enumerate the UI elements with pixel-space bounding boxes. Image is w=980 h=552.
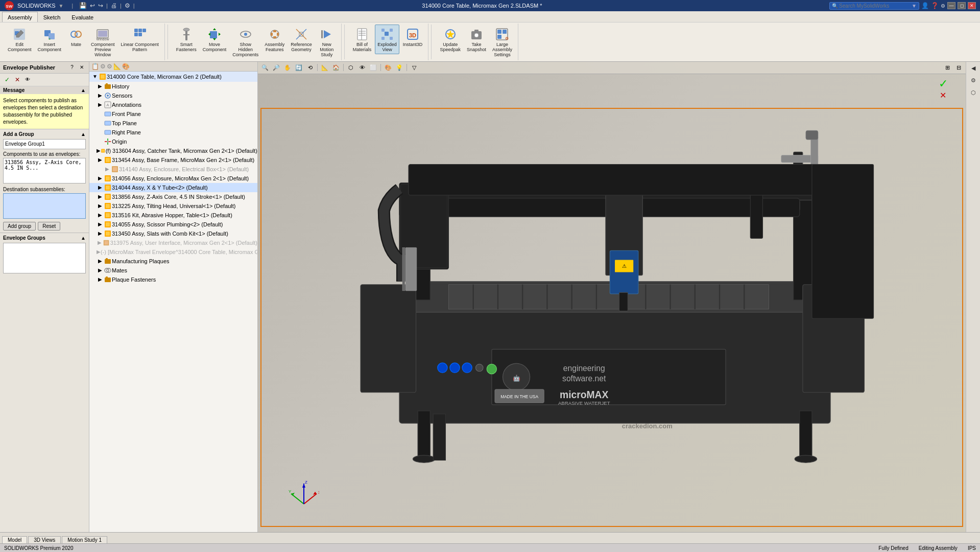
standard-views-icon[interactable]: 📐 (320, 63, 330, 72)
tree-item-slats[interactable]: ▶ 313450 Assy, Slats with Comb Kit<1> (D… (89, 229, 257, 238)
restore-button[interactable]: ◻ (958, 2, 966, 9)
tilt-toggle[interactable]: ▶ (97, 202, 104, 210)
property-manager-icon[interactable]: ⚙ (100, 63, 106, 70)
exploded-view-button[interactable]: ExplodedView (375, 25, 399, 54)
envelope-help-icon[interactable]: ? (68, 63, 76, 72)
bill-of-materials-button[interactable]: Bill ofMaterials (350, 25, 374, 54)
tree-item-annotations[interactable]: ▶ A Annotations (89, 100, 257, 109)
tree-item-sensors[interactable]: ▶ Sensors (89, 91, 257, 100)
rp-settings-icon[interactable]: ⚙ (968, 75, 979, 86)
move-component-button[interactable]: MoveComponent (200, 25, 229, 54)
tree-item-origin[interactable]: Origin (89, 137, 257, 146)
slats-toggle[interactable]: ▶ (97, 230, 104, 237)
view-settings-icon[interactable]: ▽ (409, 63, 419, 72)
undo-icon[interactable]: ↩ (90, 2, 95, 9)
tree-item-zaxis-core[interactable]: ▶ 313856 Assy, Z-Axis Core, 4.5 IN Strok… (89, 192, 257, 201)
tree-item-right-plane[interactable]: Right Plane (89, 128, 257, 137)
tree-item-plaque-fasteners[interactable]: ▶ Plaque Fasteners (89, 275, 257, 284)
tree-root[interactable]: ▼ 314000 Core Table, Micromax Gen 2 (Def… (89, 72, 257, 82)
appearances-icon[interactable]: 🎨 (383, 63, 393, 72)
rp-expand-icon[interactable]: ◀ (968, 63, 979, 74)
config-manager-icon[interactable]: ⚙ (107, 63, 112, 70)
tree-item-mfg-plaques[interactable]: ▶ Manufacturing Plaques (89, 257, 257, 266)
mate-button[interactable]: Mate (65, 25, 87, 49)
dim-expert-icon[interactable]: 📐 (113, 63, 121, 70)
tree-item-front-plane[interactable]: Front Plane (89, 109, 257, 119)
tree-item-mates[interactable]: ▶ Mates (89, 266, 257, 275)
large-assembly-button[interactable]: ⚙ LargeAssemblySettings (490, 25, 515, 59)
feature-manager-icon[interactable]: 📋 (91, 63, 99, 70)
rp-layers-icon[interactable]: ⬡ (968, 87, 979, 99)
tree-item-history[interactable]: ▶ History (89, 82, 257, 91)
components-textarea[interactable]: 313856 Assy, Z-Axis Core, 4.5 IN S... (3, 158, 86, 183)
search-input[interactable] (839, 3, 911, 9)
tab-motion-study[interactable]: Motion Study 1 (62, 536, 107, 543)
destination-textarea[interactable] (3, 193, 86, 219)
linear-pattern-button[interactable]: Linear ComponentPattern (118, 25, 161, 54)
component-preview-button[interactable]: Window ComponentPreviewWindow (88, 25, 117, 59)
tree-item-electrical-box[interactable]: ▶ 314140 Assy, Enclosure, Electrical Box… (89, 165, 257, 174)
xy-toggle[interactable]: ▶ (97, 184, 104, 191)
add-group-button[interactable]: Add group (3, 222, 36, 231)
zoom-to-fit-icon[interactable]: 🔍 (260, 63, 270, 72)
tab-model[interactable]: Model (2, 536, 27, 543)
sensors-toggle[interactable]: ▶ (97, 92, 104, 99)
viewport-maximize-icon[interactable]: ⊞ (942, 63, 952, 72)
ui-toggle[interactable]: ▶ (97, 239, 103, 246)
tree-item-top-plane[interactable]: Top Plane (89, 119, 257, 128)
viewport-restore-icon[interactable]: ⊟ (953, 63, 964, 72)
tree-item-catcher-tank[interactable]: ▶ (f) 313604 Assy, Catcher Tank, Microma… (89, 146, 257, 155)
zoom-in-icon[interactable]: 🔎 (271, 63, 281, 72)
tree-item-enclosure[interactable]: ▶ 314056 Assy, Enclosure, MicroMax Gen 2… (89, 174, 257, 183)
search-box[interactable]: 🔍 ▼ (829, 2, 919, 10)
insert-component-button[interactable]: + InsertComponent (35, 25, 64, 54)
groups-list[interactable] (3, 243, 86, 273)
display-style-icon[interactable]: ⬡ (346, 63, 356, 72)
enclosure-toggle[interactable]: ▶ (97, 175, 104, 182)
assembly-features-button[interactable]: AssemblyFeatures (262, 25, 287, 54)
hopper-toggle[interactable]: ▶ (97, 212, 104, 219)
smart-fasteners-button[interactable]: SmartFasteners (174, 25, 199, 54)
tree-item-scissor-plumbing[interactable]: ▶ 314055 Assy, Scissor Plumbing<2> (Defa… (89, 220, 257, 229)
print-icon[interactable]: 🖨 (111, 2, 117, 9)
view-orientation-icon[interactable]: 🏠 (331, 63, 341, 72)
options-icon[interactable]: ⚙ (941, 3, 945, 9)
cancel-x[interactable]: ✕ (940, 90, 946, 100)
tab-3dviews[interactable]: 3D Views (28, 536, 61, 543)
help-icon[interactable]: ❓ (931, 2, 939, 9)
tree-item-tilting-head[interactable]: ▶ 313225 Assy, Tilting Head, Universal<1… (89, 201, 257, 211)
history-toggle[interactable]: ▶ (97, 83, 104, 90)
root-toggle[interactable]: ▼ (91, 73, 99, 80)
group-name-input[interactable] (3, 139, 86, 149)
tree-item-xy-tube[interactable]: ▶ 314044 Assy, X & Y Tube<2> (Default) (89, 183, 257, 192)
rebuild-icon[interactable]: ⚙ (125, 2, 130, 9)
update-speedpak-button[interactable]: UpdateSpeedpak (437, 25, 463, 54)
tab-assembly[interactable]: Assembly (2, 12, 38, 22)
edit-component-button[interactable]: EditComponent (5, 25, 34, 54)
preview-button[interactable]: 👁 (23, 76, 32, 84)
show-hidden-button[interactable]: ShowHiddenComponents (230, 25, 261, 59)
viewport[interactable]: 🔍 🔎 ✋ 🔄 ⟲ 📐 🏠 ⬡ 👁 ⬜ 🎨 💡 ▽ ⊞ ⊟ (258, 62, 966, 532)
user-icon[interactable]: 👤 (921, 2, 929, 9)
accept-checkmark[interactable]: ✓ (939, 77, 948, 90)
prev-view-icon[interactable]: ⟲ (305, 63, 315, 72)
new-motion-study-button[interactable]: NewMotionStudy (316, 25, 338, 59)
annotations-toggle[interactable]: ▶ (97, 101, 104, 108)
instant3d-button[interactable]: 3D Instant3D (400, 25, 425, 49)
catcher-toggle[interactable]: ▶ (97, 147, 101, 154)
mates-toggle[interactable]: ▶ (97, 267, 104, 274)
reference-geometry-button[interactable]: ReferenceGeometry (288, 25, 315, 54)
tree-item-base-frame[interactable]: ▶ 313454 Assy, Base Frame, MicroMax Gen … (89, 155, 257, 165)
rotate-icon[interactable]: 🔄 (294, 63, 304, 72)
pf-toggle[interactable]: ▶ (97, 276, 104, 283)
mfg-toggle[interactable]: ▶ (97, 258, 104, 265)
pan-icon[interactable]: ✋ (282, 63, 293, 72)
tab-sketch[interactable]: Sketch (38, 12, 66, 22)
tree-item-envelope[interactable]: ▶ (-) [MicroMax Travel Envelope^314000 C… (89, 247, 257, 257)
scissor-toggle[interactable]: ▶ (97, 221, 104, 228)
zaxis-toggle[interactable]: ▶ (97, 193, 104, 200)
envelope-close-icon[interactable]: ✕ (78, 63, 86, 72)
tab-evaluate[interactable]: Evaluate (66, 12, 99, 22)
minimize-button[interactable]: — (947, 2, 955, 9)
env-toggle[interactable]: ▶ (97, 248, 101, 256)
